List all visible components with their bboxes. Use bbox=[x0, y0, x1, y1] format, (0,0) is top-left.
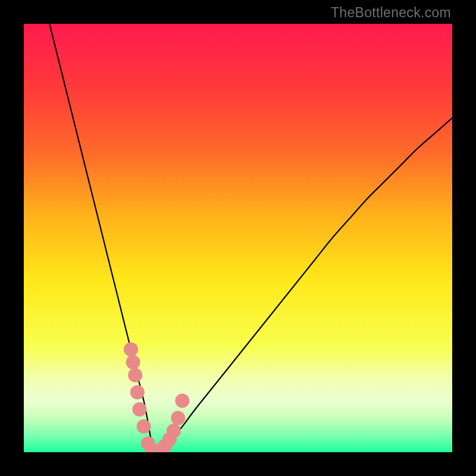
curve-marker bbox=[167, 424, 181, 438]
gradient-background bbox=[24, 24, 452, 452]
chart-frame: TheBottleneck.com bbox=[0, 0, 476, 476]
curve-marker bbox=[175, 394, 189, 408]
curve-marker bbox=[130, 385, 145, 399]
curve-marker bbox=[124, 342, 138, 356]
curve-marker bbox=[128, 368, 142, 382]
curve-marker bbox=[137, 419, 151, 434]
watermark-text: TheBottleneck.com bbox=[331, 5, 451, 21]
curve-marker bbox=[171, 411, 185, 425]
plot-area bbox=[24, 24, 452, 452]
curve-marker bbox=[126, 355, 140, 369]
curve-marker bbox=[132, 402, 146, 416]
chart-svg bbox=[24, 24, 452, 452]
